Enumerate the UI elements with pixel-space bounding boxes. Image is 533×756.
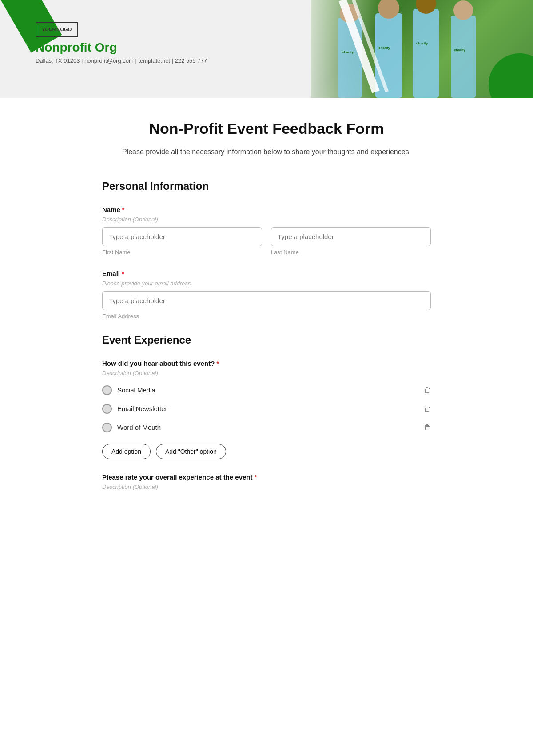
radio-option-social-media: Social Media 🗑	[102, 381, 431, 400]
field-group-rating: Please rate your overall experience at t…	[102, 473, 431, 490]
header-photo: charity charity charity charity	[311, 0, 533, 98]
page-header: charity charity charity charity YOUR LOG…	[0, 0, 533, 98]
field-description-rating: Description (Optional)	[102, 484, 431, 490]
add-option-row: Add option Add "Other" option	[102, 444, 431, 459]
last-name-col: Last Name	[271, 227, 431, 256]
radio-label: Word of Mouth	[117, 424, 161, 431]
email-helper: Email Address	[102, 313, 431, 320]
logo-text: YOUR LOGO	[42, 27, 72, 32]
svg-rect-6	[451, 16, 476, 98]
radio-option-word-of-mouth: Word of Mouth 🗑	[102, 418, 431, 437]
field-label-email: Email *	[102, 270, 431, 277]
logo-box: YOUR LOGO	[36, 22, 78, 37]
required-indicator: *	[216, 360, 219, 367]
header-logo-area: YOUR LOGO Nonprofit Org Dallas, TX 01203…	[36, 22, 207, 64]
add-option-button[interactable]: Add option	[102, 444, 151, 459]
field-label-name: Name *	[102, 206, 431, 213]
last-name-helper: Last Name	[271, 249, 431, 256]
add-other-option-button[interactable]: Add "Other" option	[156, 444, 226, 459]
name-input-row: First Name Last Name	[102, 227, 431, 256]
delete-option-icon[interactable]: 🗑	[424, 424, 431, 432]
radio-circle[interactable]	[102, 404, 112, 414]
svg-point-7	[453, 0, 473, 20]
first-name-col: First Name	[102, 227, 262, 256]
form-title: Non-Profit Event Feedback Form	[102, 120, 431, 137]
delete-option-icon[interactable]: 🗑	[424, 386, 431, 394]
field-description-name: Description (Optional)	[102, 216, 431, 223]
section-title-personal: Personal Information	[102, 180, 431, 192]
svg-rect-4	[413, 9, 439, 98]
main-content: Non-Profit Event Feedback Form Please pr…	[67, 98, 466, 527]
field-label-hear-about: How did you hear about this event? *	[102, 360, 431, 367]
radio-option-email-newsletter: Email Newsletter 🗑	[102, 400, 431, 418]
org-contact: Dallas, TX 01203 | nonprofit@org.com | t…	[36, 57, 207, 64]
field-group-hear-about: How did you hear about this event? * Des…	[102, 360, 431, 459]
svg-text:charity: charity	[454, 48, 466, 52]
field-description-email: Please provide your email address.	[102, 280, 431, 287]
required-indicator: *	[255, 473, 257, 481]
email-input[interactable]	[102, 291, 431, 310]
radio-circle[interactable]	[102, 385, 112, 395]
svg-text:charity: charity	[416, 41, 428, 45]
svg-text:charity: charity	[378, 46, 390, 50]
svg-text:charity: charity	[342, 50, 354, 54]
first-name-helper: First Name	[102, 249, 262, 256]
field-label-rating: Please rate your overall experience at t…	[102, 473, 431, 481]
field-description-hear-about: Description (Optional)	[102, 370, 431, 376]
first-name-input[interactable]	[102, 227, 262, 246]
delete-option-icon[interactable]: 🗑	[424, 405, 431, 413]
required-indicator: *	[122, 270, 124, 277]
svg-rect-2	[375, 13, 402, 98]
field-group-name: Name * Description (Optional) First Name…	[102, 206, 431, 256]
field-group-email: Email * Please provide your email addres…	[102, 270, 431, 320]
required-indicator: *	[122, 206, 125, 213]
org-name: Nonprofit Org	[36, 40, 207, 55]
section-title-event: Event Experience	[102, 334, 431, 346]
last-name-input[interactable]	[271, 227, 431, 246]
radio-circle[interactable]	[102, 423, 112, 432]
form-subtitle: Please provide all the necessary informa…	[102, 146, 431, 158]
radio-label: Social Media	[117, 386, 155, 394]
radio-label: Email Newsletter	[117, 405, 167, 412]
